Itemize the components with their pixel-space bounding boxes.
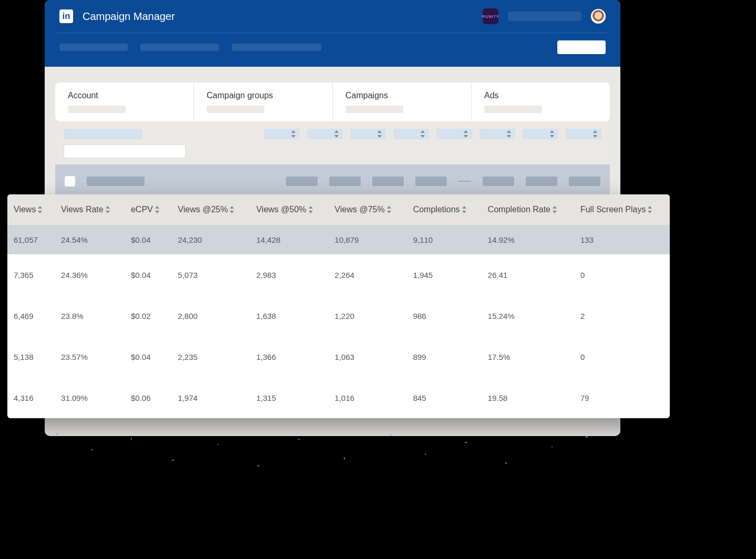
col-placeholder	[483, 177, 514, 186]
sort-icon	[593, 130, 598, 138]
table-row[interactable]: 6,469 23.8% $0.02 2,800 1,638 1,220 986 …	[7, 295, 670, 336]
tab-ads[interactable]: Ads	[472, 82, 610, 121]
cell: 10,879	[329, 225, 407, 254]
column-sort[interactable]	[479, 129, 515, 139]
cell: $0.04	[125, 336, 171, 377]
cell: 1,063	[329, 336, 407, 377]
tab-value-placeholder	[68, 106, 126, 113]
tab-label: Ads	[484, 91, 597, 100]
cell: 2,235	[171, 336, 250, 377]
app-title: Campaign Manager	[83, 11, 473, 23]
col-placeholder-dash	[458, 181, 471, 182]
col-completion-rate[interactable]: Completion Rate	[482, 194, 574, 225]
tab-campaign-groups[interactable]: Campaign groups	[194, 82, 333, 121]
cell: 899	[407, 336, 482, 377]
tab-label: Campaigns	[345, 91, 458, 100]
cell: 31.09%	[55, 377, 125, 418]
col-full-screen-plays[interactable]: Full Screen Plays	[574, 194, 670, 225]
sort-icon	[291, 130, 297, 138]
tab-label: Campaign groups	[207, 91, 320, 100]
cell: 2,264	[329, 254, 407, 295]
table-row[interactable]: 7,365 24.36% $0.04 5,073 2,983 2,264 1,9…	[7, 254, 670, 295]
col-views-75[interactable]: Views @75%	[329, 194, 407, 225]
cell: 1,638	[250, 295, 328, 336]
search-input[interactable]	[64, 144, 186, 158]
sort-icon	[38, 206, 43, 213]
cell: 26.41	[482, 254, 574, 295]
sort-icon	[155, 206, 160, 213]
nav-placeholder-1[interactable]	[59, 44, 128, 51]
cell: 0	[574, 254, 670, 295]
cell: 23.8%	[55, 295, 125, 336]
cell: 1,974	[171, 377, 250, 418]
account-selector-placeholder[interactable]	[508, 12, 581, 21]
col-placeholder	[286, 177, 318, 186]
entity-tabs: Account Campaign groups Campaigns Ads	[55, 82, 610, 121]
col-views[interactable]: Views	[7, 194, 55, 225]
table-row[interactable]: 4,316 31.09% $0.06 1,974 1,315 1,016 845…	[7, 377, 670, 418]
column-sort[interactable]	[566, 129, 601, 139]
table-header-row	[55, 164, 610, 198]
col-completions[interactable]: Completions	[407, 194, 482, 225]
video-metrics-table: Views Views Rate eCPV Views @25% Views @…	[7, 194, 670, 418]
sort-icon	[387, 206, 392, 213]
column-sort[interactable]	[393, 129, 429, 139]
column-sort[interactable]	[307, 129, 343, 139]
column-sort[interactable]	[350, 129, 386, 139]
column-sort[interactable]	[436, 129, 472, 139]
cell: 17.5%	[482, 336, 574, 377]
shadow-scatter	[45, 428, 620, 491]
cell: 2	[574, 295, 670, 336]
tab-campaigns[interactable]: Campaigns	[333, 82, 472, 121]
col-views-50[interactable]: Views @50%	[250, 194, 328, 225]
table-row[interactable]: 5,138 23.57% $0.04 2,235 1,366 1,063 899…	[7, 336, 670, 377]
col-views-rate[interactable]: Views Rate	[55, 194, 125, 225]
col-views-25[interactable]: Views @25%	[171, 194, 250, 225]
col-placeholder	[415, 177, 447, 186]
cell: 4,316	[7, 377, 55, 418]
column-headers: Views Views Rate eCPV Views @25% Views @…	[7, 194, 670, 225]
tab-value-placeholder	[207, 106, 264, 113]
avatar[interactable]	[591, 9, 606, 24]
column-sort[interactable]	[264, 129, 300, 139]
nav-placeholder-3[interactable]	[232, 44, 321, 51]
linkedin-logo-icon: in	[59, 9, 73, 23]
cell: $0.06	[125, 377, 171, 418]
col-ecpv[interactable]: eCPV	[125, 194, 171, 225]
cell: 0	[574, 336, 670, 377]
tab-account[interactable]: Account	[55, 82, 194, 121]
col-placeholder	[372, 177, 404, 186]
summary-row: 61,057 24.54% $0.04 24,230 14,428 10,879…	[7, 225, 670, 254]
sort-icon	[421, 130, 426, 138]
sort-icon	[550, 130, 555, 138]
brand-badge[interactable]: RUNITY	[483, 8, 498, 24]
cell: 1,220	[329, 295, 407, 336]
cell: 6,469	[7, 295, 55, 336]
cell: 5,073	[171, 254, 250, 295]
col-placeholder	[87, 177, 145, 186]
tab-value-placeholder	[484, 106, 542, 113]
filters-bar	[55, 121, 610, 164]
app-header: in Campaign Manager RUNITY	[45, 0, 620, 67]
cell: 2,983	[250, 254, 328, 295]
sort-icon	[462, 206, 467, 213]
cell: 986	[407, 295, 482, 336]
cell: 9,110	[407, 225, 482, 254]
cell: 15.24%	[482, 295, 574, 336]
sort-icon	[553, 206, 558, 213]
select-all-checkbox[interactable]	[65, 176, 75, 187]
nav-placeholder-2[interactable]	[140, 44, 219, 51]
cell: 1,366	[250, 336, 328, 377]
filter-chip[interactable]	[64, 129, 142, 139]
cell: 2,800	[171, 295, 250, 336]
cell: 1,016	[329, 377, 407, 418]
col-placeholder	[526, 177, 557, 186]
col-placeholder	[569, 177, 600, 186]
column-sort[interactable]	[523, 129, 558, 139]
sort-icon	[648, 206, 653, 213]
primary-action-button[interactable]	[557, 40, 606, 54]
sort-icon	[464, 130, 469, 138]
cell: 7,365	[7, 254, 55, 295]
cell: 24.36%	[55, 254, 125, 295]
sort-icon	[377, 130, 383, 138]
